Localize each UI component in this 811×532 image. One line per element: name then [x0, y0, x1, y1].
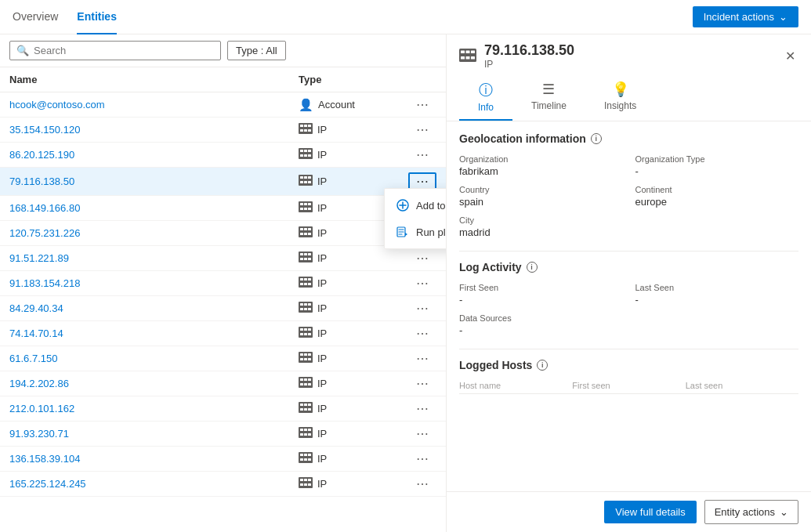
svg-rect-61 [308, 328, 311, 331]
entity-type-cell: IP [299, 175, 408, 188]
geo-info-icon[interactable]: i [591, 133, 602, 144]
last-seen-item: Last Seen - [635, 283, 799, 306]
row-more-button[interactable]: ⋯ [408, 122, 436, 137]
table-row[interactable]: 168.149.166.80 IP ⋯ [0, 196, 446, 221]
row-more-button[interactable]: ⋯ [408, 147, 436, 162]
entity-actions-button[interactable]: Entity actions ⌄ [704, 500, 798, 524]
svg-rect-102 [304, 479, 307, 481]
table-row[interactable]: 91.93.230.71 IP ⋯ [0, 422, 446, 447]
row-more-button[interactable]: ⋯ [408, 451, 436, 466]
log-activity-section: Log Activity i First Seen - Last Seen - … [459, 261, 798, 336]
table-row[interactable]: 120.75.231.226 IP ⋯ [0, 221, 446, 246]
search-input[interactable] [34, 45, 214, 56]
entity-name-link[interactable]: 84.29.40.34 [9, 302, 299, 314]
svg-rect-16 [304, 176, 307, 179]
row-more-button[interactable]: ⋯ [408, 376, 436, 391]
entity-name-link[interactable]: 91.93.230.71 [9, 428, 299, 440]
entity-name-link[interactable]: 212.0.101.162 [9, 403, 299, 414]
entity-name-block: 79.116.138.50 IP [484, 42, 574, 70]
tab-timeline[interactable]: ☰ Timeline [512, 74, 585, 121]
entity-name-link[interactable]: 35.154.150.120 [9, 124, 299, 136]
search-input-wrap[interactable]: 🔍 [9, 41, 221, 60]
table-row[interactable]: 91.183.154.218 IP ⋯ [0, 271, 446, 296]
svg-rect-18 [300, 181, 303, 183]
row-more-button[interactable]: ⋯ [408, 401, 436, 416]
row-more-button[interactable]: ⋯ [408, 251, 436, 266]
entity-name-link[interactable]: 136.158.39.104 [9, 453, 299, 465]
table-row[interactable]: 136.158.39.104 IP ⋯ [0, 447, 446, 472]
svg-rect-52 [300, 303, 303, 306]
last-seen-value: - [635, 294, 799, 306]
col-type-header: Type [299, 74, 408, 85]
tab-entities[interactable]: Entities [77, 0, 117, 34]
row-more-button[interactable]: ⋯ [408, 97, 436, 112]
incident-actions-button[interactable]: Incident actions ⌄ [693, 6, 798, 27]
tab-overview[interactable]: Overview [13, 0, 58, 34]
continent-item: Continent europe [635, 185, 799, 208]
table-row[interactable]: 35.154.150.120 IP ⋯ [0, 118, 446, 143]
entity-name-link[interactable]: 168.149.166.80 [9, 202, 299, 214]
type-filter-button[interactable]: Type : All [227, 41, 286, 60]
table-row-selected[interactable]: 79.116.138.50 IP ⋯ [0, 168, 446, 196]
table-row[interactable]: 86.20.125.190 IP ⋯ [0, 143, 446, 168]
svg-rect-82 [308, 404, 311, 406]
svg-rect-32 [304, 228, 307, 230]
svg-rect-28 [304, 208, 307, 210]
entity-name-link[interactable]: 86.20.125.190 [9, 149, 299, 161]
svg-rect-47 [308, 278, 311, 280]
entity-name-link[interactable]: 79.116.138.50 [9, 176, 299, 187]
first-seen-label: First Seen [459, 283, 623, 292]
run-playbook-menu-item[interactable]: Run playbook (Preview) [385, 219, 446, 245]
table-row[interactable]: hcook@contoso.com 👤 Account ⋯ [0, 92, 446, 118]
entity-name-link[interactable]: 91.51.221.89 [9, 252, 299, 264]
row-more-button[interactable]: ⋯ [408, 426, 436, 441]
svg-rect-89 [308, 429, 311, 431]
svg-rect-42 [304, 258, 307, 260]
entity-name-link[interactable]: 74.14.70.14 [9, 328, 299, 339]
svg-rect-81 [304, 404, 307, 406]
table-row[interactable]: 74.14.70.14 IP ⋯ [0, 321, 446, 346]
svg-rect-1 [300, 125, 303, 127]
entity-name-link[interactable]: 120.75.231.226 [9, 227, 299, 239]
table-row[interactable]: 84.29.40.34 IP ⋯ [0, 296, 446, 321]
hosts-info-icon[interactable]: i [537, 360, 548, 371]
row-more-button[interactable]: ⋯ [408, 351, 436, 366]
tab-info[interactable]: ⓘ Info [459, 74, 512, 121]
tab-insights[interactable]: 💡 Insights [585, 74, 655, 121]
table-row[interactable]: 165.225.124.245 IP ⋯ [0, 472, 446, 497]
entity-name-link[interactable]: 165.225.124.245 [9, 478, 299, 490]
svg-rect-110 [471, 50, 475, 53]
svg-rect-106 [308, 483, 311, 486]
row-more-button[interactable]: ⋯ [408, 301, 436, 316]
svg-rect-53 [304, 303, 307, 306]
log-section-title: Log Activity i [459, 261, 798, 273]
row-more-button[interactable]: ⋯ [408, 326, 436, 341]
svg-rect-87 [300, 429, 303, 431]
svg-rect-59 [300, 328, 303, 331]
country-label: Country [459, 185, 623, 194]
row-more-button[interactable]: ⋯ [408, 476, 436, 491]
entity-name-link[interactable]: 194.2.202.86 [9, 378, 299, 389]
ip-icon [299, 427, 313, 440]
org-item: Organization fabrikam [459, 154, 623, 177]
svg-rect-5 [304, 129, 307, 132]
table-row[interactable]: 212.0.101.162 IP ⋯ [0, 396, 446, 422]
svg-rect-105 [304, 483, 307, 486]
log-info-icon[interactable]: i [527, 262, 538, 273]
svg-rect-29 [308, 208, 311, 210]
entity-name-link[interactable]: 61.6.7.150 [9, 353, 299, 364]
table-row[interactable]: 61.6.7.150 IP ⋯ [0, 346, 446, 371]
table-row[interactable]: 91.51.221.89 IP ⋯ [0, 246, 446, 271]
ip-icon [299, 452, 313, 465]
close-button[interactable]: ✕ [782, 47, 798, 65]
svg-rect-40 [308, 253, 311, 255]
svg-rect-90 [300, 433, 303, 436]
svg-rect-64 [308, 333, 311, 335]
entity-name-link[interactable]: 91.183.154.218 [9, 277, 299, 289]
table-row[interactable]: 194.2.202.86 IP ⋯ [0, 371, 446, 396]
entity-name-link[interactable]: hcook@contoso.com [9, 99, 299, 110]
view-full-details-button[interactable]: View full details [604, 501, 696, 523]
add-to-ti-menu-item[interactable]: Add to TI (Preview) [385, 192, 446, 219]
search-bar: 🔍 Type : All [0, 34, 446, 67]
row-more-button[interactable]: ⋯ [408, 276, 436, 291]
